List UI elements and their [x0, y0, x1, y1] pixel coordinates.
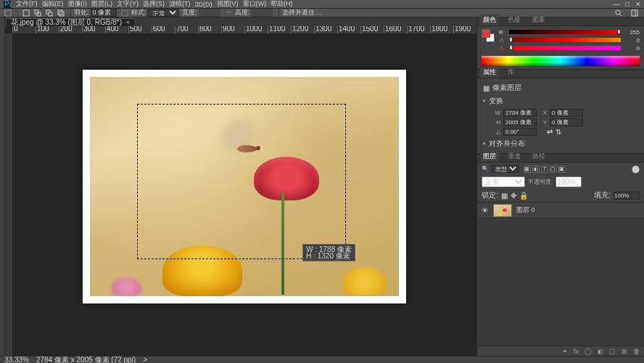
hue-strip[interactable]	[482, 56, 640, 66]
red-flower-graphic	[254, 157, 319, 215]
document-tab[interactable]: 花.jpeg @ 33.3% (图层 0, RGB/8*) ×	[7, 18, 134, 26]
doc-dimensions: 2784 像素 x 2005 像素 (72 ppi)	[36, 355, 136, 364]
minimize-button[interactable]: —	[614, 1, 620, 8]
tools-panel[interactable]	[0, 17, 5, 356]
filter-shape-icon[interactable]: ▢	[550, 166, 557, 173]
group-icon[interactable]: ▢	[609, 348, 616, 355]
prop-x-label: X	[540, 110, 547, 116]
layer-thumbnail[interactable]	[493, 204, 512, 217]
svg-text:Ps: Ps	[4, 1, 11, 8]
svg-rect-13	[632, 10, 637, 16]
close-button[interactable]: ✕	[635, 1, 641, 8]
filter-text-icon[interactable]: T	[541, 166, 548, 173]
document-tab-bar: 花.jpeg @ 33.3% (图层 0, RGB/8*) ×	[5, 17, 476, 26]
layers-list[interactable]: 👁 图层 0	[477, 203, 644, 346]
prop-h-input[interactable]	[503, 118, 537, 126]
r-value[interactable]: 255	[624, 29, 640, 36]
add-selection-icon[interactable]	[33, 9, 43, 17]
intersect-selection-icon[interactable]	[56, 9, 66, 17]
menu-select[interactable]: 选择(S)	[143, 0, 165, 9]
menu-layer[interactable]: 图层(L)	[91, 0, 112, 9]
app-logo-icon: Ps	[3, 0, 12, 9]
height-input	[251, 9, 273, 17]
moth-graphic	[217, 119, 268, 163]
prop-h-label: H	[493, 119, 500, 126]
lock-all-icon[interactable]: 🔒	[519, 192, 528, 200]
tab-patterns[interactable]: 图案	[529, 15, 548, 25]
tab-libraries[interactable]: 库	[505, 67, 517, 78]
workspace-icon[interactable]	[629, 9, 640, 17]
filter-icon[interactable]: 🔍	[482, 166, 489, 172]
filter-kind-select[interactable]: 类型	[492, 165, 519, 173]
ruler-horizontal[interactable]: 0100200300400500600700800900100011001200…	[12, 26, 476, 33]
new-layer-icon[interactable]: ⊞	[622, 348, 627, 355]
ruler-vertical[interactable]	[5, 33, 12, 356]
lock-pixels-icon[interactable]: ▦	[501, 192, 508, 200]
transform-heading[interactable]: ▾变换	[483, 94, 638, 107]
style-label: 样式:	[131, 8, 146, 17]
link-layers-icon[interactable]: ⚭	[562, 348, 568, 355]
status-bar: 33.33% 2784 像素 x 2005 像素 (72 ppi) >	[0, 356, 644, 363]
delete-icon[interactable]: 🗑	[633, 348, 640, 355]
style-select[interactable]: 正常	[147, 9, 179, 17]
layer-item[interactable]: 👁 图层 0	[477, 203, 644, 219]
filter-pixel-icon[interactable]: ▦	[524, 166, 531, 173]
flip-v-icon[interactable]: ⇅	[556, 128, 561, 136]
g-value[interactable]: 0	[624, 37, 640, 44]
fill-input[interactable]	[614, 192, 640, 200]
current-tool-icon[interactable]	[3, 9, 13, 17]
mask-icon[interactable]: ◯	[585, 348, 592, 355]
tab-channels[interactable]: 通道	[505, 151, 524, 162]
visibility-icon[interactable]: 👁	[482, 207, 489, 214]
subtract-selection-icon[interactable]	[44, 9, 54, 17]
angle-input[interactable]	[503, 128, 537, 136]
flip-h-icon[interactable]: ⇄	[547, 128, 553, 136]
artboard[interactable]: W : 1788 像素 H : 1320 像素	[83, 70, 406, 303]
select-and-mask-button[interactable]: 选择并遮住…	[282, 8, 321, 17]
align-heading[interactable]: ▾对齐并分布	[483, 137, 638, 150]
fx-icon[interactable]: fx	[574, 348, 579, 355]
canvas-area[interactable]: W : 1788 像素 H : 1320 像素	[12, 33, 476, 356]
filter-smart-icon[interactable]: ▣	[558, 166, 566, 173]
maximize-button[interactable]: □	[626, 1, 629, 8]
svg-rect-8	[58, 10, 62, 15]
svg-rect-3	[23, 10, 29, 16]
menu-3d[interactable]: 3D(D)	[195, 1, 212, 8]
lock-position-icon[interactable]: ✥	[511, 192, 516, 200]
tab-color[interactable]: 颜色	[480, 15, 499, 25]
adjust-layer-icon[interactable]: ◐	[598, 348, 603, 355]
b-slider[interactable]	[509, 46, 621, 50]
b-value[interactable]: 0	[624, 45, 640, 52]
feather-input[interactable]	[91, 9, 117, 17]
filter-adjust-icon[interactable]: ◐	[532, 166, 540, 173]
zoom-value[interactable]: 33.33%	[4, 356, 29, 363]
svg-line-12	[619, 14, 622, 16]
prop-x-input[interactable]	[550, 109, 583, 117]
menu-bar: Ps 文件(F) 编辑(E) 图像(I) 图层(L) 文字(Y) 选择(S) 滤…	[0, 0, 644, 9]
search-icon[interactable]	[614, 9, 624, 17]
menu-edit[interactable]: 编辑(E)	[42, 0, 64, 9]
status-arrow-icon[interactable]: >	[143, 356, 147, 363]
menu-file[interactable]: 文件(F)	[16, 0, 38, 9]
tab-paths[interactable]: 路径	[529, 151, 548, 162]
antialias-checkbox[interactable]	[120, 9, 130, 17]
tab-properties[interactable]: 属性	[480, 67, 499, 78]
color-panel: R255 ⚠0 ⚠0	[477, 26, 644, 70]
layer-name[interactable]: 图层 0	[516, 205, 535, 215]
opacity-label: 不透明度:	[528, 178, 553, 186]
link-icon[interactable]	[223, 9, 234, 17]
new-selection-icon[interactable]	[21, 9, 31, 17]
tab-close-icon[interactable]: ×	[126, 19, 130, 25]
prop-w-input[interactable]	[503, 109, 537, 117]
tab-layers[interactable]: 图层	[480, 151, 499, 162]
tab-swatches[interactable]: 色板	[505, 15, 524, 25]
prop-y-input[interactable]	[550, 118, 583, 126]
opacity-input[interactable]	[556, 176, 582, 187]
svg-rect-2	[5, 10, 11, 16]
r-slider[interactable]	[509, 30, 621, 34]
blend-mode-select[interactable]: 正常	[482, 176, 525, 187]
filter-toggle[interactable]: ⬤	[632, 165, 640, 173]
foreground-swatch[interactable]	[482, 29, 490, 38]
color-swatches[interactable]	[482, 29, 495, 42]
g-slider[interactable]	[509, 38, 621, 42]
